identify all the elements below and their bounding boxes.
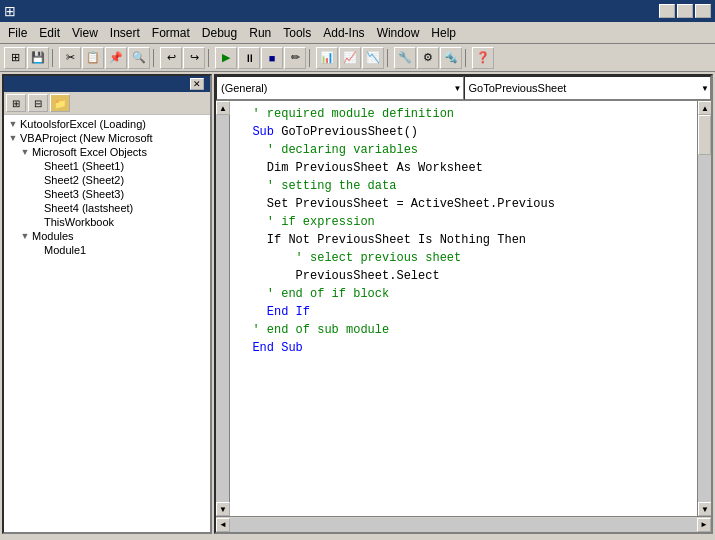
toolbar-btn-a[interactable]: 📊: [316, 47, 338, 69]
tree-label-modules: Modules: [32, 230, 74, 242]
margin-btn-bottom[interactable]: ▼: [216, 502, 230, 516]
minimize-button[interactable]: [659, 4, 675, 18]
maximize-button[interactable]: [677, 4, 693, 18]
tree-label-vbaproject: VBAProject (New Microsoft: [20, 132, 153, 144]
toolbar-btn-d[interactable]: 🔧: [394, 47, 416, 69]
toolbar: ⊞ 💾 ✂ 📋 📌 🔍 ↩ ↪ ▶ ⏸ ■ ✏ 📊 📈 📉 🔧 ⚙ 🔩 ❓: [0, 44, 715, 72]
menu-item-window[interactable]: Window: [371, 24, 426, 42]
tree-btn-2[interactable]: ⊟: [28, 94, 48, 112]
toolbar-stop[interactable]: ■: [261, 47, 283, 69]
tree-btn-1[interactable]: ⊞: [6, 94, 26, 112]
vertical-scrollbar: ▲ ▼: [697, 101, 711, 516]
vscroll-up-button[interactable]: ▲: [698, 101, 711, 115]
code-line: ' end of if block: [238, 285, 695, 303]
code-line: If Not PreviousSheet Is Nothing Then: [238, 231, 695, 249]
toolbar-sep-2: [153, 49, 157, 67]
horizontal-scrollbar: ◄ ►: [216, 517, 711, 532]
proc-select-wrapper: GoToPreviousSheet ▼: [464, 76, 712, 100]
margin-btn-top[interactable]: ▲: [216, 101, 230, 115]
tree-node-msexcelobjects[interactable]: ▼Microsoft Excel Objects: [6, 145, 208, 159]
code-line: ' setting the data: [238, 177, 695, 195]
tree-node-module1[interactable]: Module1: [6, 243, 208, 257]
left-margin: ▲ ▼: [216, 101, 230, 516]
tree-toolbar: ⊞ ⊟ 📁: [4, 92, 210, 115]
tree-expand-msexcelobjects[interactable]: ▼: [18, 147, 32, 157]
title-bar: ⊞: [0, 0, 715, 22]
toolbar-help[interactable]: ❓: [472, 47, 494, 69]
code-line: End Sub: [238, 339, 695, 357]
tree-node-sheet2[interactable]: Sheet2 (Sheet2): [6, 173, 208, 187]
toolbar-copy[interactable]: 📋: [82, 47, 104, 69]
toolbar-sep-3: [208, 49, 212, 67]
toolbar-btn-1[interactable]: ⊞: [4, 47, 26, 69]
toolbar-paste[interactable]: 📌: [105, 47, 127, 69]
toolbar-btn-b[interactable]: 📈: [339, 47, 361, 69]
toolbar-sep-4: [309, 49, 313, 67]
tree-expand-modules[interactable]: ▼: [18, 231, 32, 241]
toolbar-cut[interactable]: ✂: [59, 47, 81, 69]
toolbar-redo[interactable]: ↪: [183, 47, 205, 69]
toolbar-sep-5: [387, 49, 391, 67]
menu-bar: FileEditViewInsertFormatDebugRunToolsAdd…: [0, 22, 715, 44]
menu-item-tools[interactable]: Tools: [277, 24, 317, 42]
tree-label-module1: Module1: [44, 244, 86, 256]
panel-close-button[interactable]: ✕: [190, 78, 204, 90]
tree-node-thisworkbook[interactable]: ThisWorkbook: [6, 215, 208, 229]
toolbar-undo[interactable]: ↩: [160, 47, 182, 69]
tree-expand-vbaproject[interactable]: ▼: [6, 133, 20, 143]
toolbar-btn-e[interactable]: ⚙: [417, 47, 439, 69]
menu-item-help[interactable]: Help: [425, 24, 462, 42]
toolbar-run[interactable]: ▶: [215, 47, 237, 69]
tree-label-sheet2: Sheet2 (Sheet2): [44, 174, 124, 186]
tree-label-sheet4: Sheet4 (lastsheet): [44, 202, 133, 214]
tree-node-sheet4[interactable]: Sheet4 (lastsheet): [6, 201, 208, 215]
toolbar-sep-6: [465, 49, 469, 67]
hscroll-left-button[interactable]: ◄: [216, 518, 230, 532]
tree-expand-kutoolsforexcel[interactable]: ▼: [6, 119, 20, 129]
toolbar-btn-c[interactable]: 📉: [362, 47, 384, 69]
close-button[interactable]: [695, 4, 711, 18]
tree-btn-3[interactable]: 📁: [50, 94, 70, 112]
toolbar-sep-1: [52, 49, 56, 67]
tree-node-sheet3[interactable]: Sheet3 (Sheet3): [6, 187, 208, 201]
tree-node-modules[interactable]: ▼Modules: [6, 229, 208, 243]
tree-node-kutoolsforexcel[interactable]: ▼KutoolsforExcel (Loading): [6, 117, 208, 131]
code-line: Sub GoToPreviousSheet(): [238, 123, 695, 141]
menu-item-insert[interactable]: Insert: [104, 24, 146, 42]
tree-label-sheet3: Sheet3 (Sheet3): [44, 188, 124, 200]
code-line: ' select previous sheet: [238, 249, 695, 267]
tree-node-sheet1[interactable]: Sheet1 (Sheet1): [6, 159, 208, 173]
code-line: PreviousSheet.Select: [238, 267, 695, 285]
toolbar-btn-f[interactable]: 🔩: [440, 47, 462, 69]
window-controls: [659, 4, 711, 18]
hscroll-track[interactable]: [230, 518, 697, 532]
hscroll-right-button[interactable]: ►: [697, 518, 711, 532]
menu-item-format[interactable]: Format: [146, 24, 196, 42]
code-line: Set PreviousSheet = ActiveSheet.Previous: [238, 195, 695, 213]
code-area[interactable]: ' required module definition Sub GoToPre…: [230, 101, 697, 516]
panel-header: ✕: [4, 76, 210, 92]
vscroll-track[interactable]: [698, 115, 711, 502]
procedure-dropdown[interactable]: GoToPreviousSheet: [464, 76, 712, 100]
vscroll-thumb[interactable]: [698, 115, 711, 155]
menu-item-file[interactable]: File: [2, 24, 33, 42]
tree-node-vbaproject[interactable]: ▼VBAProject (New Microsoft: [6, 131, 208, 145]
menu-item-run[interactable]: Run: [243, 24, 277, 42]
menu-item-add-ins[interactable]: Add-Ins: [317, 24, 370, 42]
bottom-bar: ◄ ►: [216, 516, 711, 532]
code-line: Dim PreviousSheet As Worksheet: [238, 159, 695, 177]
menu-item-debug[interactable]: Debug: [196, 24, 243, 42]
tree-label-thisworkbook: ThisWorkbook: [44, 216, 114, 228]
toolbar-btn-find[interactable]: 🔍: [128, 47, 150, 69]
menu-item-view[interactable]: View: [66, 24, 104, 42]
vscroll-down-button[interactable]: ▼: [698, 502, 711, 516]
general-dropdown[interactable]: (General): [216, 76, 464, 100]
toolbar-pause[interactable]: ⏸: [238, 47, 260, 69]
tree-area[interactable]: ▼KutoolsforExcel (Loading)▼VBAProject (N…: [4, 115, 210, 532]
toolbar-design[interactable]: ✏: [284, 47, 306, 69]
general-select-wrapper: (General) ▼: [216, 76, 464, 100]
menu-item-edit[interactable]: Edit: [33, 24, 66, 42]
code-header: (General) ▼ GoToPreviousSheet ▼: [216, 76, 711, 101]
toolbar-btn-2[interactable]: 💾: [27, 47, 49, 69]
code-line: ' required module definition: [238, 105, 695, 123]
